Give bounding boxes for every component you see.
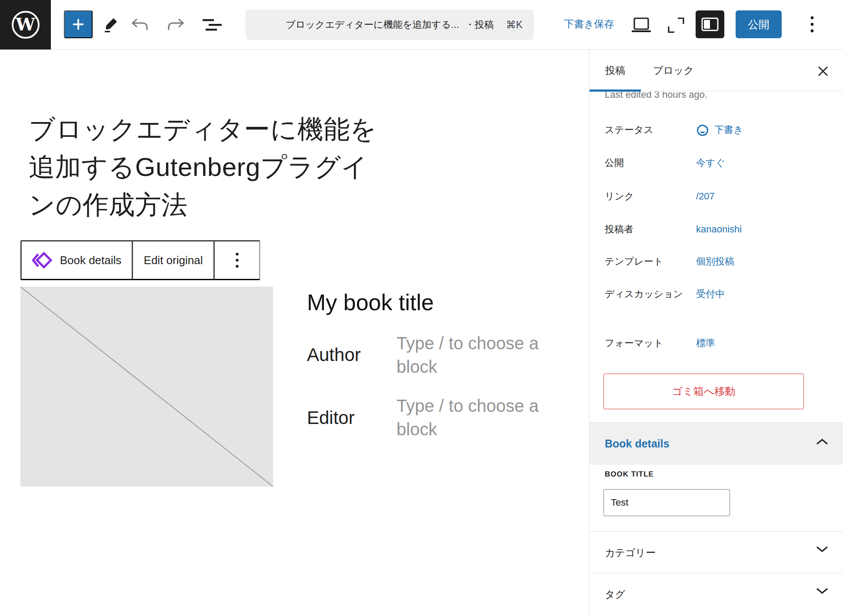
tags-panel[interactable]: タグ (590, 573, 843, 615)
tab-post[interactable]: 投稿 (590, 50, 641, 91)
post-title-line: 追加するGutenbergプラグイ (29, 148, 377, 186)
summary-row-template: テンプレート 個別投稿 (605, 255, 831, 268)
block-type-button[interactable]: Book details (21, 241, 132, 280)
status-value-link[interactable]: 下書き (696, 123, 831, 137)
save-draft-button[interactable]: 下書き保存 (564, 17, 614, 31)
row-label: フォーマット (605, 337, 696, 350)
wordpress-w-glyph: W (16, 16, 35, 33)
expand-tags-button[interactable] (815, 586, 829, 595)
placeholder-line: Type / to choose a (397, 394, 539, 417)
publish-value-link[interactable]: 今すぐ (696, 156, 831, 169)
sidebar-panel-icon (701, 17, 719, 31)
document-title: ブロックエディターに機能を追加する... (286, 18, 459, 31)
summary-row-link: リンク /207 (605, 190, 831, 203)
book-image-placeholder[interactable] (20, 287, 273, 487)
chevron-down-icon (815, 586, 829, 595)
categories-panel[interactable]: カテゴリー (590, 531, 843, 573)
redo-button[interactable] (164, 17, 185, 34)
author-value: kanaonishi (696, 223, 742, 236)
block-options-button[interactable] (214, 241, 260, 280)
edit-original-button[interactable]: Edit original (132, 241, 214, 280)
expand-icon (666, 16, 686, 34)
pencil-icon (101, 16, 120, 34)
editor-field-label[interactable]: Editor (307, 407, 355, 428)
publish-button[interactable]: 公開 (736, 10, 782, 38)
summary-row-publish: 公開 今すぐ (605, 156, 831, 169)
tab-block[interactable]: ブロック (641, 50, 706, 91)
block-name-label: Book details (60, 254, 122, 267)
placeholder-line: block (397, 355, 539, 378)
book-details-block-icon (32, 251, 52, 269)
summary-row-author: 投稿者 kanaonishi (605, 223, 831, 236)
placeholder-line: block (397, 417, 539, 441)
book-details-panel-header[interactable]: Book details (590, 422, 843, 465)
author-block-placeholder[interactable]: Type / to choose a block (397, 331, 539, 378)
list-view-button[interactable] (202, 17, 223, 34)
author-field-label[interactable]: Author (307, 344, 361, 365)
discussion-value: 受付中 (696, 288, 725, 301)
row-label: ディスカッション (605, 288, 696, 301)
book-title-field-label: BOOK TITLE (605, 470, 654, 479)
book-title-input[interactable] (603, 489, 730, 516)
book-details-panel-body: BOOK TITLE (590, 465, 843, 531)
book-details-panel-title: Book details (605, 437, 670, 450)
row-label: リンク (605, 190, 696, 203)
row-label: テンプレート (605, 255, 696, 268)
edit-tool-button[interactable] (100, 17, 121, 34)
sidebar-tabs: 投稿 ブロック (590, 50, 843, 91)
last-edited-wrapper: Last edited 3 hours ago. (605, 92, 787, 103)
status-value: 下書き (714, 123, 743, 136)
categories-panel-label: カテゴリー (605, 546, 656, 560)
link-value-link[interactable]: /207 (696, 190, 831, 203)
plus-icon (71, 17, 86, 32)
link-value: /207 (696, 190, 715, 203)
edit-original-label: Edit original (144, 254, 203, 267)
template-value-link[interactable]: 個別投稿 (696, 255, 831, 268)
expand-categories-button[interactable] (815, 545, 829, 553)
post-title-line: ンの作成方法 (29, 186, 377, 224)
command-shortcut: ⌘K (506, 10, 523, 40)
kebab-menu-icon (810, 15, 814, 33)
settings-sidebar: 投稿 ブロック Last edited 3 hours ago. ステータス 下… (589, 50, 843, 616)
author-value-link[interactable]: kanaonishi (696, 223, 831, 236)
block-kebab-icon (235, 252, 239, 268)
editor-canvas: ブロックエディターに機能を 追加するGutenbergプラグイ ンの作成方法 B… (0, 50, 590, 616)
collapse-panel-button[interactable] (815, 437, 829, 446)
block-toolbar: Book details Edit original (20, 240, 260, 280)
summary-row-format: フォーマット 標準 (605, 337, 831, 350)
wordpress-logo[interactable]: W (0, 0, 51, 50)
preview-button[interactable] (630, 16, 652, 35)
book-title-heading[interactable]: My book title (307, 289, 434, 315)
row-label: 公開 (605, 156, 696, 169)
summary-row-discussion: ディスカッション 受付中 (605, 288, 831, 301)
document-type: ・投稿 (465, 18, 494, 31)
wordpress-logo-ring: W (12, 11, 40, 39)
move-to-trash-button[interactable]: ゴミ箱へ移動 (603, 374, 804, 409)
editor-block-placeholder[interactable]: Type / to choose a block (397, 394, 539, 441)
row-label: 投稿者 (605, 223, 696, 236)
summary-row-status: ステータス 下書き (605, 123, 831, 137)
settings-sidebar-toggle[interactable] (696, 10, 724, 38)
tags-panel-label: タグ (605, 588, 625, 601)
desktop-preview-icon (631, 17, 651, 34)
document-title-bar[interactable]: ブロックエディターに機能を追加する... ・投稿 ⌘K (246, 10, 534, 40)
last-edited-text: Last edited 3 hours ago. (605, 92, 787, 100)
chevron-down-icon (815, 545, 829, 553)
options-menu-button[interactable] (804, 13, 820, 36)
gutenberg-editor: W (0, 0, 843, 616)
list-view-icon (202, 18, 223, 33)
fullscreen-button[interactable] (665, 16, 687, 35)
block-inserter-button[interactable] (64, 10, 93, 38)
discussion-value-link[interactable]: 受付中 (696, 288, 831, 301)
undo-button[interactable] (130, 17, 151, 34)
format-value: 標準 (696, 337, 715, 350)
undo-icon (131, 17, 151, 33)
post-title[interactable]: ブロックエディターに機能を 追加するGutenbergプラグイ ンの作成方法 (29, 110, 377, 224)
placeholder-line: Type / to choose a (397, 331, 539, 355)
chevron-up-icon (815, 437, 829, 446)
format-value-link[interactable]: 標準 (696, 337, 831, 350)
editor-top-bar: W (0, 0, 843, 50)
close-sidebar-button[interactable] (814, 63, 832, 80)
close-icon (817, 66, 829, 77)
drafts-status-icon (696, 124, 709, 137)
